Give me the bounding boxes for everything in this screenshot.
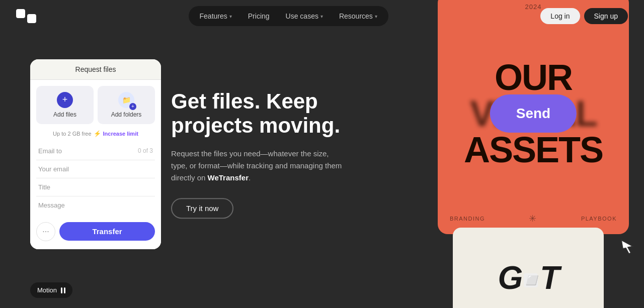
hero-headline: Get files. Keep projects moving. <box>171 89 342 138</box>
hero-body: Request the files you need—whatever the … <box>171 148 342 184</box>
message-field[interactable]: Message <box>36 196 155 214</box>
email-to-field[interactable]: Email to 0 of 3 <box>36 142 155 160</box>
widget-actions: ··· Transfer <box>36 222 155 241</box>
add-folders-button[interactable]: 📁 + Add folders <box>98 86 155 124</box>
ellipsis-icon: ··· <box>42 227 49 236</box>
transfer-button[interactable]: Transfer <box>59 222 155 241</box>
hero-section: Get files. Keep projects moving. Request… <box>171 89 342 219</box>
add-files-icon: + <box>57 92 73 108</box>
storage-info: Up to 2 GB free ⚡ Increase limit <box>36 130 155 137</box>
send-button-overlay[interactable]: Send <box>490 94 577 133</box>
title-field[interactable]: Title <box>36 178 155 196</box>
chevron-down-icon: ▾ <box>375 14 377 19</box>
cursor-icon <box>619 237 636 259</box>
login-button[interactable]: Log in <box>540 8 580 24</box>
svg-rect-1 <box>27 14 36 23</box>
card-footer: BRANDING ✳ PLAYBOOK <box>438 213 629 224</box>
nav-features[interactable]: Features ▾ <box>193 9 239 23</box>
folder-plus-icon: + <box>129 103 136 110</box>
add-folders-icon: 📁 + <box>118 92 134 108</box>
lightning-icon: ⚡ <box>94 130 101 137</box>
orange-card: 2024 OUR VISUAL ASSETS Send BRANDING ✳ P… <box>438 0 629 234</box>
file-request-widget: Request files + Add files 📁 + Add folder… <box>30 59 161 249</box>
more-options-button[interactable]: ··· <box>36 222 55 241</box>
nav-resources[interactable]: Resources ▾ <box>332 9 384 23</box>
chevron-down-icon: ▾ <box>320 14 323 19</box>
signup-button[interactable]: Sign up <box>584 8 628 24</box>
nav-pricing[interactable]: Pricing <box>241 9 277 23</box>
try-it-now-button[interactable]: Try it now <box>171 198 233 219</box>
motion-badge[interactable]: Motion <box>30 282 72 298</box>
navigation: Features ▾ Pricing Use cases ▾ Resources… <box>0 0 644 32</box>
your-email-field[interactable]: Your email <box>36 160 155 178</box>
add-files-button[interactable]: + Add files <box>36 86 94 124</box>
widget-header: Request files <box>30 59 161 80</box>
pause-icon <box>61 287 65 293</box>
add-buttons-row: + Add files 📁 + Add folders <box>36 86 155 124</box>
right-visual: 2024 OUR VISUAL ASSETS Send BRANDING ✳ P… <box>403 0 644 308</box>
svg-rect-0 <box>16 9 25 18</box>
beige-card: G⬜T <box>453 228 604 308</box>
chevron-down-icon: ▾ <box>229 14 232 19</box>
increase-limit-link[interactable]: Increase limit <box>103 131 138 137</box>
nav-auth: Log in Sign up <box>540 8 628 24</box>
git-text: G⬜T <box>498 259 559 296</box>
nav-menu: Features ▾ Pricing Use cases ▾ Resources… <box>189 6 388 26</box>
logo[interactable] <box>16 9 36 23</box>
nav-use-cases[interactable]: Use cases ▾ <box>279 9 330 23</box>
star-icon: ✳ <box>529 213 537 224</box>
git-icon: ⬜ <box>524 273 538 287</box>
